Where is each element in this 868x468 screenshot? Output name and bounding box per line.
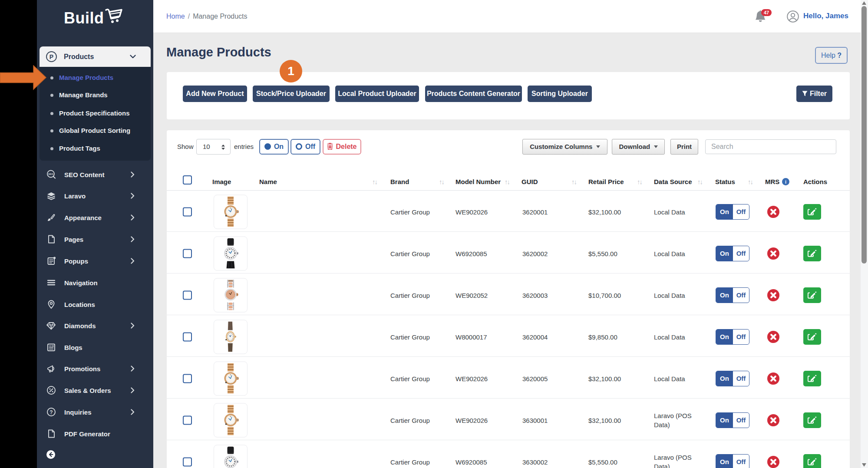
svg-text:SEO: SEO [48, 173, 53, 175]
svg-text:P: P [50, 53, 53, 60]
svg-text:47: 47 [764, 10, 769, 15]
svg-text:i: i [785, 179, 786, 185]
svg-text:?: ? [50, 409, 53, 415]
